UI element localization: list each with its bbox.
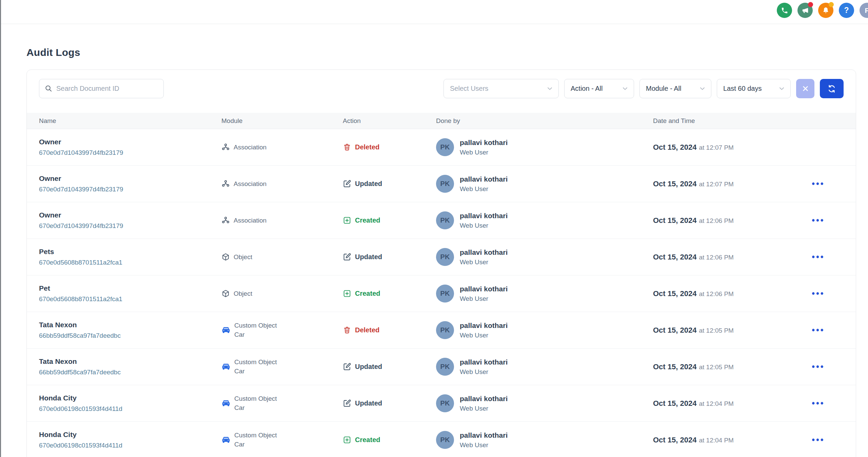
document-id: 670e0d7d1043997d4fb23179 (39, 149, 221, 157)
action-label: Updated (355, 363, 382, 371)
trash-icon (343, 143, 351, 151)
done-by-cell: PK pallavi kothari Web User (436, 431, 653, 449)
row-menu-button[interactable]: ••• (812, 289, 825, 298)
column-header-module: Module (221, 117, 343, 125)
time-text: at 12:04 PM (699, 437, 733, 444)
chevron-down-icon (547, 87, 552, 90)
action-label: Created (355, 290, 380, 297)
document-id: 66bb59ddf58ca97fa7deedbc (39, 369, 221, 376)
user-role: Web User (460, 185, 508, 193)
search-input[interactable] (56, 85, 158, 92)
bell-icon[interactable] (818, 3, 833, 18)
user-name: pallavi kothari (460, 431, 508, 439)
module-labels: Association (234, 144, 267, 151)
megaphone-icon[interactable] (797, 3, 813, 18)
date-text: Oct 15, 2024 (653, 326, 696, 334)
search-box[interactable] (39, 79, 164, 98)
row-menu-button[interactable]: ••• (812, 436, 825, 444)
user-role: Web User (460, 258, 508, 266)
table-row: Owner 670e0d7d1043997d4fb23179 (27, 166, 856, 202)
clear-filters-button[interactable] (796, 79, 814, 98)
action-cell: Updated (343, 399, 436, 408)
done-by-cell: PK pallavi kothari Web User (436, 394, 653, 412)
action-filter-dropdown[interactable]: Action - All (564, 79, 634, 98)
action-label: Deleted (355, 143, 379, 151)
table-row: Tata Nexon 66bb59ddf58ca97fa7deedbc (27, 312, 856, 349)
association-icon (221, 180, 230, 188)
row-menu-button[interactable]: ••• (812, 362, 825, 371)
row-menu-button[interactable]: ••• (812, 253, 825, 261)
avatar: PK (436, 285, 454, 303)
row-menu-button[interactable]: ••• (812, 180, 825, 188)
user-name: pallavi kothari (460, 212, 508, 220)
car-icon (221, 326, 231, 335)
module-type-label: Custom Object (234, 322, 277, 329)
date-text: Oct 15, 2024 (653, 180, 696, 188)
name-cell: Honda City 670e0d06198c01593f4d411d (39, 431, 221, 449)
audit-logs-card: Select Users Action - All Module - All L… (26, 69, 856, 457)
date-text: Oct 15, 2024 (653, 362, 696, 371)
avatar: PK (436, 358, 454, 376)
plus-square-icon (343, 216, 351, 225)
row-menu-button[interactable]: ••• (812, 326, 825, 334)
user-role: Web User (460, 222, 508, 229)
record-name: Owner (39, 174, 221, 183)
action-cell: Deleted (343, 143, 436, 151)
user-role: Web User (460, 149, 508, 156)
name-cell: Pet 670e0d5608b8701511a2fca1 (39, 284, 221, 303)
date-range-dropdown[interactable]: Last 60 days (717, 79, 791, 98)
module-type-label: Association (234, 144, 267, 151)
done-by-cell: PK pallavi kothari Web User (436, 358, 653, 376)
action-label: Updated (355, 399, 382, 407)
avatar: PK (436, 211, 454, 229)
module-sub-label: Car (234, 368, 277, 375)
date-text: Oct 15, 2024 (653, 289, 696, 298)
action-filter-value: Action - All (571, 85, 603, 92)
module-type-label: Custom Object (234, 358, 277, 366)
avatar: PK (436, 138, 454, 156)
refresh-button[interactable] (820, 79, 844, 98)
plus-square-icon (343, 289, 351, 298)
column-header-date-time: Date and Time (653, 117, 793, 125)
column-header-name: Name (39, 117, 221, 125)
record-name: Honda City (39, 431, 221, 439)
date-cell: Oct 15, 2024at 12:04 PM (653, 399, 793, 408)
record-name: Honda City (39, 394, 221, 402)
row-menu-button[interactable]: ••• (812, 216, 825, 225)
user-name: pallavi kothari (460, 248, 508, 256)
name-cell: Pets 670e0d5608b8701511a2fca1 (39, 248, 221, 266)
module-filter-dropdown[interactable]: Module - All (639, 79, 711, 98)
association-icon (221, 143, 230, 151)
done-by-cell: PK pallavi kothari Web User (436, 138, 653, 156)
filter-group: Select Users Action - All Module - All L… (443, 79, 844, 98)
edit-icon (343, 180, 351, 188)
user-avatar[interactable]: P (860, 3, 868, 18)
module-labels: Object (234, 253, 252, 261)
avatar: PK (436, 248, 454, 266)
module-type-label: Object (234, 290, 252, 297)
action-cell: Created (343, 436, 436, 444)
document-id: 66bb59ddf58ca97fa7deedbc (39, 332, 221, 339)
phone-icon[interactable] (777, 3, 792, 18)
module-cell: Object (221, 289, 343, 298)
date-text: Oct 15, 2024 (653, 436, 696, 444)
module-sub-label: Car (234, 441, 277, 448)
row-menu-button[interactable]: ••• (812, 399, 825, 408)
time-text: at 12:05 PM (699, 327, 733, 334)
done-by-cell: PK pallavi kothari Web User (436, 175, 653, 193)
user-name: pallavi kothari (460, 285, 508, 293)
date-cell: Oct 15, 2024at 12:05 PM (653, 362, 793, 371)
help-icon[interactable]: ? (839, 3, 854, 18)
action-cell: Deleted (343, 326, 436, 334)
select-users-dropdown[interactable]: Select Users (443, 79, 559, 98)
date-text: Oct 15, 2024 (653, 399, 696, 408)
module-labels: Custom Object Car (234, 322, 277, 338)
module-cell: Custom Object Car (221, 322, 343, 338)
action-label: Updated (355, 180, 382, 188)
record-name: Pets (39, 248, 221, 256)
module-labels: Custom Object Car (234, 358, 277, 375)
done-by-cell: PK pallavi kothari Web User (436, 211, 653, 229)
user-role: Web User (460, 332, 508, 339)
time-text: at 12:04 PM (699, 400, 733, 407)
record-name: Owner (39, 211, 221, 219)
